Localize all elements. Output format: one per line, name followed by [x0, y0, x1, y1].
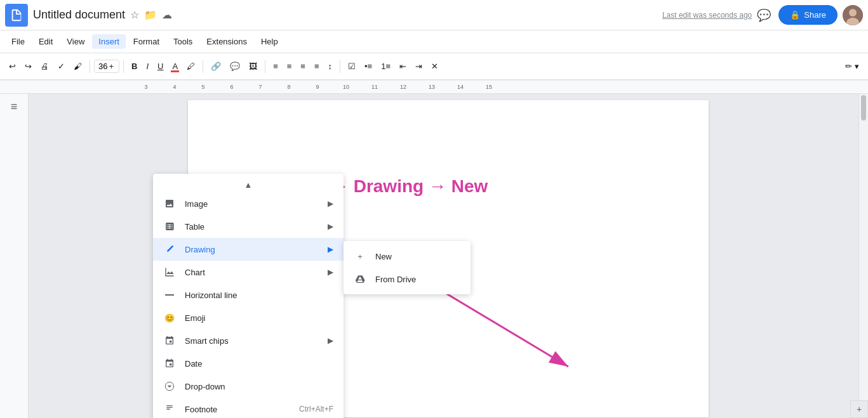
doc-area[interactable]: Go to Insert → Drawing → New + ▲: [29, 94, 868, 418]
toolbar-divider-5: [340, 60, 340, 73]
ruler: 3 4 5 6 7 8 9 10 11 12 13 14 15: [0, 80, 868, 94]
new-icon: +: [354, 250, 366, 263]
scroll-thumb: [861, 95, 866, 121]
undo-button[interactable]: ↩: [5, 59, 20, 74]
from-drive-label: From Drive: [375, 275, 416, 284]
spell-check-button[interactable]: ✓: [54, 59, 69, 74]
svg-text:15: 15: [486, 84, 492, 90]
cloud-icon[interactable]: ☁: [162, 9, 172, 21]
menu-item-date[interactable]: Date: [153, 352, 344, 375]
paint-format-button[interactable]: 🖌: [70, 59, 86, 74]
editing-mode-button[interactable]: ✏ ▾: [841, 59, 863, 74]
menu-item-chart[interactable]: Chart ▶: [153, 261, 344, 284]
print-button[interactable]: 🖨: [37, 59, 53, 74]
redo-button[interactable]: ↪: [21, 59, 36, 74]
submenu-item-new[interactable]: + New: [344, 245, 471, 268]
menu-tools[interactable]: Tools: [167, 34, 199, 49]
smart-chips-icon: [163, 334, 176, 347]
menu-item-table[interactable]: Table ▶: [153, 215, 344, 238]
underline-button[interactable]: U: [154, 59, 167, 74]
numbered-list-button[interactable]: 1≡: [377, 59, 394, 74]
svg-text:10: 10: [343, 84, 349, 90]
right-scrollbar[interactable]: [858, 94, 868, 418]
font-size-plus[interactable]: +: [107, 62, 115, 71]
highlight-button[interactable]: 🖊: [183, 59, 199, 74]
share-button[interactable]: 🔒 Share: [778, 5, 838, 25]
toolbar-divider-2: [123, 60, 124, 73]
menu-edit[interactable]: Edit: [32, 34, 59, 49]
emoji-icon: 😊: [163, 311, 176, 324]
menu-item-image[interactable]: Image ▶: [153, 192, 344, 215]
menu-extensions[interactable]: Extensions: [200, 34, 253, 49]
menu-item-footnote[interactable]: Footnote Ctrl+Alt+F: [153, 398, 344, 418]
image-arrow: ▶: [328, 199, 333, 208]
comment-button[interactable]: 💬: [226, 59, 244, 74]
date-label: Date: [185, 359, 333, 369]
align-justify-button[interactable]: ≡: [310, 59, 323, 74]
horizontal-line-icon: [163, 289, 176, 301]
font-size-value: 36: [98, 62, 107, 71]
increase-indent-button[interactable]: ⇥: [411, 59, 426, 74]
horizontal-line-label: Horizontal line: [185, 291, 333, 300]
star-icon[interactable]: ☆: [130, 9, 139, 21]
image-label: Image: [185, 199, 328, 209]
submenu-item-from-drive[interactable]: From Drive: [344, 268, 471, 291]
menu-item-smart-chips[interactable]: Smart chips ▶: [153, 329, 344, 352]
line-spacing-button[interactable]: ↕: [324, 59, 337, 74]
left-panel: ≡: [0, 94, 29, 418]
menu-item-drawing[interactable]: Drawing ▶: [153, 238, 344, 261]
table-label: Table: [185, 222, 328, 232]
menu-insert[interactable]: Insert: [92, 34, 126, 49]
comment-icon[interactable]: 💬: [757, 8, 771, 22]
avatar[interactable]: [843, 5, 863, 25]
footnote-shortcut: Ctrl+Alt+F: [299, 405, 333, 414]
menu-item-dropdown[interactable]: Drop-down: [153, 375, 344, 398]
italic-button[interactable]: I: [142, 59, 152, 74]
clear-formatting-button[interactable]: ✕: [427, 59, 442, 74]
svg-text:5: 5: [201, 84, 204, 90]
image-button[interactable]: 🖼: [245, 59, 261, 74]
drawing-arrow: ▶: [328, 245, 333, 254]
font-color-button[interactable]: A: [168, 59, 182, 74]
svg-text:9: 9: [316, 84, 319, 90]
align-right-button[interactable]: ≡: [297, 59, 309, 74]
new-label: New: [375, 252, 392, 261]
insert-menu: ▲ Image ▶ Table ▶: [153, 174, 344, 418]
menu-scroll-up[interactable]: ▲: [153, 178, 344, 192]
decrease-indent-button[interactable]: ⇤: [396, 59, 410, 74]
menu-file[interactable]: File: [5, 34, 31, 49]
smart-chips-arrow: ▶: [328, 336, 333, 345]
chart-arrow: ▶: [328, 268, 333, 277]
image-icon: [163, 197, 176, 210]
date-icon: [163, 357, 176, 370]
bullet-list-button[interactable]: •≡: [361, 59, 376, 74]
checklist-button[interactable]: ☑: [344, 59, 359, 74]
share-lock-icon: 🔒: [790, 10, 800, 20]
bold-button[interactable]: B: [128, 59, 141, 74]
toolbar: ↩ ↪ 🖨 ✓ 🖌 36 + B I U A 🖊 🔗 💬 🖼 ≡ ≡ ≡ ≡ ↕…: [0, 53, 868, 80]
menu-item-emoji[interactable]: 😊 Emoji: [153, 306, 344, 329]
chart-icon: [163, 266, 176, 278]
left-panel-icon[interactable]: ≡: [11, 100, 18, 114]
svg-text:8: 8: [287, 84, 290, 90]
doc-title[interactable]: Untitled document: [33, 8, 125, 22]
svg-text:12: 12: [400, 84, 406, 90]
svg-text:14: 14: [457, 84, 464, 90]
footnote-label: Footnote: [185, 405, 299, 414]
menu-view[interactable]: View: [60, 34, 91, 49]
dropdown-icon: [163, 380, 176, 393]
dropdown-label: Drop-down: [185, 382, 333, 391]
link-button[interactable]: 🔗: [207, 59, 225, 74]
menu-format[interactable]: Format: [127, 34, 166, 49]
folder-icon[interactable]: 📁: [144, 9, 157, 21]
footnote-icon: [163, 403, 176, 415]
svg-text:13: 13: [429, 84, 435, 90]
align-center-button[interactable]: ≡: [283, 59, 296, 74]
menu-help[interactable]: Help: [255, 34, 284, 49]
align-left-button[interactable]: ≡: [269, 59, 282, 74]
corner-resize: +: [850, 400, 868, 418]
toolbar-divider-3: [203, 60, 203, 73]
menu-item-horizontal-line[interactable]: Horizontal line: [153, 284, 344, 306]
title-bar: Untitled document ☆ 📁 ☁ Last edit was se…: [0, 0, 868, 30]
font-size-control[interactable]: 36 +: [94, 60, 119, 73]
